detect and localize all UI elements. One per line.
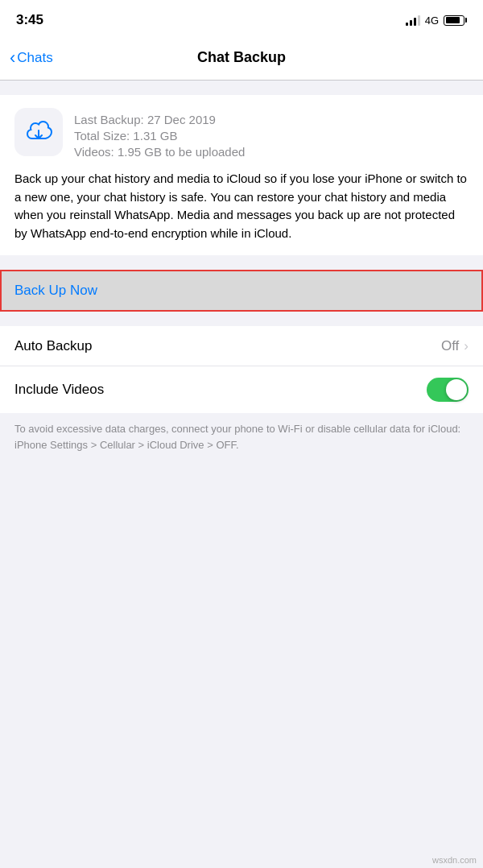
status-bar: 3:45 4G xyxy=(0,0,483,35)
watermark: wsxdn.com xyxy=(432,855,477,865)
battery-icon xyxy=(444,15,467,26)
status-time: 3:45 xyxy=(16,12,43,28)
include-videos-label: Include Videos xyxy=(14,382,104,398)
toggle-thumb xyxy=(446,379,467,400)
toggle-track xyxy=(427,378,469,402)
auto-backup-label: Auto Backup xyxy=(14,338,92,354)
settings-section: Auto Backup Off › Include Videos xyxy=(0,326,483,413)
backup-info-card: Last Backup: 27 Dec 2019 Total Size: 1.3… xyxy=(14,108,469,159)
auto-backup-row[interactable]: Auto Backup Off › xyxy=(0,326,483,366)
back-button[interactable]: ‹ Chats xyxy=(10,49,53,67)
auto-backup-value-wrap: Off › xyxy=(441,338,469,354)
backup-now-section: Back Up Now xyxy=(0,270,483,312)
footer-note: To avoid excessive data charges, connect… xyxy=(0,413,483,477)
signal-icon xyxy=(406,14,420,26)
auto-backup-chevron-icon: › xyxy=(464,338,469,354)
info-section: Last Backup: 27 Dec 2019 Total Size: 1.3… xyxy=(0,95,483,255)
back-chevron-icon: ‹ xyxy=(10,49,15,67)
network-label: 4G xyxy=(425,14,439,27)
auto-backup-value: Off xyxy=(441,338,459,354)
cloud-icon xyxy=(23,116,55,148)
videos-text: Videos: 1.95 GB to be uploaded xyxy=(74,145,245,159)
cloud-icon-wrap xyxy=(14,108,63,156)
nav-bar: ‹ Chats Chat Backup xyxy=(0,35,483,81)
info-description: Back up your chat history and media to i… xyxy=(14,170,469,242)
page-title: Chat Backup xyxy=(197,49,286,66)
section-gap-1 xyxy=(0,81,483,95)
include-videos-toggle[interactable] xyxy=(427,378,469,402)
last-backup-text: Last Backup: 27 Dec 2019 xyxy=(74,113,245,126)
back-label: Chats xyxy=(17,50,52,66)
back-up-now-button[interactable]: Back Up Now xyxy=(0,270,483,312)
backup-info-text: Last Backup: 27 Dec 2019 Total Size: 1.3… xyxy=(74,108,245,159)
total-size-text: Total Size: 1.31 GB xyxy=(74,129,245,143)
include-videos-row[interactable]: Include Videos xyxy=(0,366,483,413)
footer-note-text: To avoid excessive data charges, connect… xyxy=(14,423,460,451)
status-icons: 4G xyxy=(406,14,467,27)
